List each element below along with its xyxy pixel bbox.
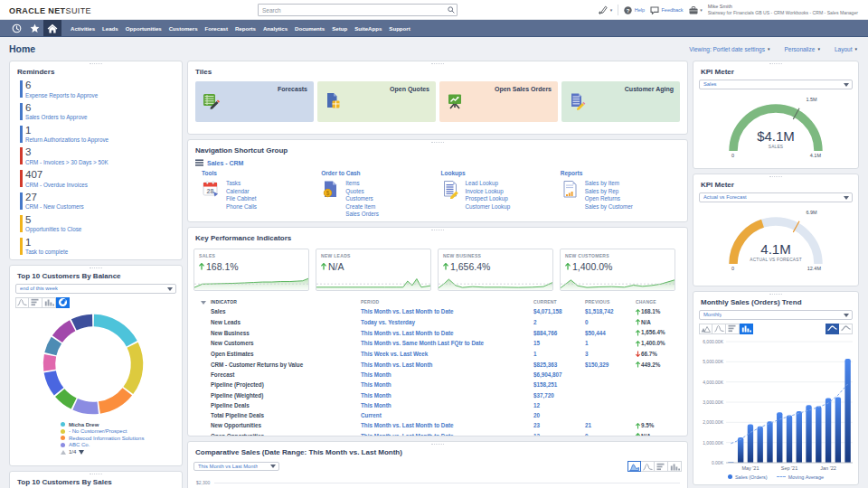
legend-item[interactable]: ABC Co. xyxy=(61,442,182,447)
bar[interactable] xyxy=(797,411,802,463)
legend-item-sales[interactable]: Sales (Orders) xyxy=(728,474,768,480)
shortcut-link[interactable]: Invoice Lookup xyxy=(466,188,511,194)
shortcut-link[interactable]: Open Returns xyxy=(585,195,633,202)
nav-item-suiteapps[interactable]: SuiteApps xyxy=(351,25,385,32)
balance-range-select[interactable]: end of this week xyxy=(15,284,176,294)
kpi-meter-sales-select[interactable]: Sales xyxy=(699,80,853,89)
balance-donut-chart[interactable] xyxy=(37,310,149,418)
bar[interactable] xyxy=(777,412,782,463)
kpi-meter-forecast-select[interactable]: Actual vs Forecast xyxy=(699,192,853,202)
kpi-table-row[interactable]: CRM - Customer Returns by ValueThis Mont… xyxy=(188,359,687,370)
nav-item-opportunities[interactable]: Opportunities xyxy=(122,25,165,32)
shortcut-link[interactable]: Items xyxy=(345,180,379,186)
shortcut-link[interactable]: Phone Calls xyxy=(226,203,257,210)
kpi-table-row[interactable]: New OpportunitiesThis Month vs. Last Mon… xyxy=(188,420,687,431)
recent-records-button[interactable] xyxy=(7,20,25,36)
nav-item-analytics[interactable]: Analytics xyxy=(259,25,291,32)
shortcut-link[interactable]: Lead Lookup xyxy=(466,180,511,186)
shortcut-link[interactable]: Calendar xyxy=(226,188,257,194)
search-input[interactable] xyxy=(258,4,458,16)
kpi-card-new-business[interactable]: NEW BUSINESS1,656.4% xyxy=(438,249,553,291)
tile-forecast-sheet[interactable]: Forecasts xyxy=(195,81,314,122)
pager-up-icon[interactable] xyxy=(61,450,66,455)
legend-item-moving-average[interactable]: Moving Average xyxy=(777,474,824,480)
shortcut-link[interactable]: Sales by Customer xyxy=(585,203,633,210)
legend-item[interactable]: - No Customer/Prospect xyxy=(61,428,182,434)
nav-item-customers[interactable]: Customers xyxy=(165,25,202,32)
reminder-link[interactable]: Task to complete xyxy=(25,249,182,255)
monthly-chart-vbar-button[interactable] xyxy=(740,324,753,334)
reminder-link[interactable]: Opportunities to Close xyxy=(25,226,182,232)
tile-customer-aging[interactable]: Customer Aging xyxy=(561,81,680,122)
shortcut-link[interactable]: File Cabinet xyxy=(226,195,257,202)
bar[interactable] xyxy=(816,406,821,463)
kpi-card-new-leads[interactable]: NEW LEADSN/A xyxy=(316,249,431,291)
sales-gauge-chart[interactable]: 1.5M$4.1MSALES04.1M xyxy=(698,92,854,163)
tile-sales-orders[interactable]: Open Sales Orders xyxy=(439,81,558,122)
nav-item-leads[interactable]: Leads xyxy=(99,25,122,32)
kpi-table-row[interactable]: Open OpportunitiesThis Month vs. Last Mo… xyxy=(188,431,687,436)
shortcuts-button[interactable] xyxy=(25,20,43,36)
comparative-chart-hbar-button[interactable] xyxy=(655,461,668,472)
pager-down-icon[interactable] xyxy=(79,450,84,455)
quick-create-menu[interactable]: ▾ xyxy=(599,5,612,14)
home-button[interactable] xyxy=(43,20,61,36)
drag-handle[interactable] xyxy=(90,474,102,476)
balance-chart-hbar-button[interactable] xyxy=(29,297,42,308)
reminder-link[interactable]: Return Authorizations to Approve xyxy=(25,136,182,143)
drag-handle[interactable] xyxy=(431,142,444,145)
donut-segment[interactable] xyxy=(50,371,59,391)
donut-segment[interactable] xyxy=(75,404,98,408)
feedback-button[interactable]: Feedback xyxy=(650,6,684,14)
reminder-link[interactable]: CRM - New Customers xyxy=(25,203,182,210)
nav-item-reports[interactable]: Reports xyxy=(231,25,259,32)
comparative-chart-line-button[interactable] xyxy=(641,461,655,472)
bar[interactable] xyxy=(767,421,772,463)
balance-chart-donut-button[interactable] xyxy=(56,297,70,308)
donut-segment[interactable] xyxy=(57,325,72,339)
kpi-table-row[interactable]: New BusinessThis Month vs. Last Month to… xyxy=(188,327,687,338)
shortcut-link[interactable]: Create Item xyxy=(345,203,379,210)
donut-segment[interactable] xyxy=(60,392,73,403)
bar[interactable] xyxy=(844,358,850,462)
help-button[interactable]: ? Help xyxy=(624,6,645,14)
nav-item-forecast[interactable]: Forecast xyxy=(202,25,231,32)
drag-handle[interactable] xyxy=(431,444,444,446)
straight-line-toggle[interactable] xyxy=(839,324,853,334)
drag-handle[interactable] xyxy=(431,63,444,66)
kpi-card-sales[interactable]: SALES168.1% xyxy=(193,249,309,291)
reminder-link[interactable]: CRM - Overdue Invoices xyxy=(25,182,182,188)
shortcut-link[interactable]: Tasks xyxy=(226,180,257,186)
nav-item-support[interactable]: Support xyxy=(385,25,413,32)
kpi-table-row[interactable]: SalesThis Month vs. Last Month to Date$4… xyxy=(188,306,687,317)
drag-handle[interactable] xyxy=(90,267,102,270)
donut-segment[interactable] xyxy=(50,355,51,371)
bar[interactable] xyxy=(826,398,831,462)
nav-item-documents[interactable]: Documents xyxy=(291,25,328,32)
nav-item-activities[interactable]: Activities xyxy=(67,25,99,32)
role-menu[interactable]: ▾ xyxy=(689,6,703,14)
drag-handle[interactable] xyxy=(769,294,782,296)
comparative-range-select[interactable]: This Month vs Last Month xyxy=(193,462,279,472)
comparative-chart-vbar-button[interactable] xyxy=(668,461,682,472)
kpi-table-row[interactable]: Pipeline DealsThis Month12 xyxy=(188,400,687,410)
monthly-chart-hbar-button[interactable] xyxy=(726,324,740,334)
shortcut-link[interactable]: Customers xyxy=(345,195,379,202)
donut-segment[interactable] xyxy=(128,344,137,389)
shortcut-link[interactable]: Sales Orders xyxy=(345,211,379,217)
kpi-table-row[interactable]: New LeadsToday vs. Yesterday20N/A xyxy=(188,317,687,328)
reminder-link[interactable]: Sales Orders to Approve xyxy=(25,114,182,120)
personalize-menu[interactable]: Personalize▾ xyxy=(784,46,819,52)
kpi-table-header[interactable]: CURRENT xyxy=(533,297,585,306)
kpi-table-row[interactable]: Total Pipeline DealsCurrent20 xyxy=(188,410,687,420)
bar[interactable] xyxy=(757,426,762,462)
kpi-table-row[interactable]: Pipeline (Weighted)This Month$37,720 xyxy=(188,390,687,400)
donut-segment[interactable] xyxy=(51,340,57,353)
donut-segment[interactable] xyxy=(74,320,92,324)
viewing-menu[interactable]: Viewing: Portlet date settings▾ xyxy=(689,46,769,52)
bar[interactable] xyxy=(748,424,753,462)
drag-handle[interactable] xyxy=(769,63,782,66)
shortcut-link[interactable]: Customer Lookup xyxy=(466,203,511,210)
kpi-card-new-customers[interactable]: NEW CUSTOMERS1,400.0% xyxy=(560,249,675,291)
drag-handle[interactable] xyxy=(431,230,444,232)
